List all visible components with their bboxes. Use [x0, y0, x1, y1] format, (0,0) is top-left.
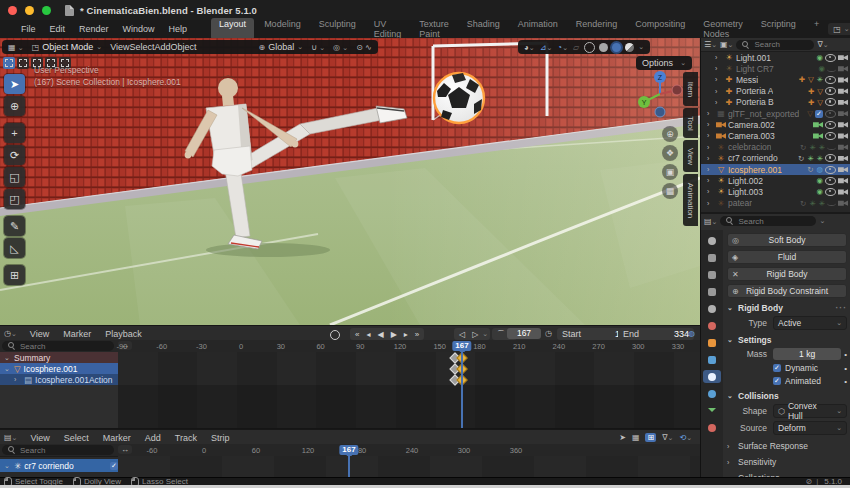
jump-to-start-button[interactable]: «: [352, 330, 362, 339]
expand-chevron-icon[interactable]: ›: [707, 166, 714, 173]
cursor-tool[interactable]: ⊕: [4, 96, 25, 116]
eye-open-icon[interactable]: [825, 54, 836, 62]
play-reverse-button[interactable]: ◀: [374, 330, 386, 339]
proportional-edit-icon[interactable]: ◎ ⌄: [333, 43, 348, 52]
expand-chevron-icon[interactable]: ›: [707, 110, 714, 117]
mass-slider[interactable]: 1 kg: [773, 348, 841, 360]
fluid-button[interactable]: ◈Fluid: [727, 250, 847, 264]
play-button[interactable]: ▶: [388, 330, 400, 339]
render-visibility-icon[interactable]: [838, 54, 848, 61]
menu-render[interactable]: Render: [72, 24, 116, 34]
sidebar-tab-animation[interactable]: Animation: [683, 174, 698, 226]
outliner-item-cr7-corriendo[interactable]: ›✳cr7 corriendo↻✳✳: [701, 153, 850, 164]
expand-chevron-icon[interactable]: ›: [715, 65, 722, 72]
navigation-gizmo[interactable]: Z Y: [634, 68, 686, 120]
eye-closed-icon[interactable]: [827, 66, 836, 72]
material-tab[interactable]: [703, 421, 721, 434]
modifiers-tab[interactable]: [703, 353, 721, 366]
channel-icosphere-001action[interactable]: ›▤Icosphere.001Action: [0, 374, 118, 385]
outliner-item-patear[interactable]: ›✳patear↻✳✳: [701, 198, 850, 209]
workspace-tab-sculpting[interactable]: Sculpting: [311, 18, 364, 40]
options-icon[interactable]: ⌄: [819, 217, 825, 225]
rigid-body-panel-header[interactable]: ⌄Rigid Body···: [727, 303, 847, 313]
toggle-perspective-icon[interactable]: ▦: [662, 183, 678, 199]
snap-icon[interactable]: ⊞: [645, 433, 656, 442]
add-workspace-button[interactable]: +: [806, 18, 827, 40]
expand-chevron-icon[interactable]: ›: [707, 188, 714, 195]
nla-search-input[interactable]: [20, 446, 100, 455]
object-tab[interactable]: [703, 336, 721, 349]
eye-open-icon[interactable]: [825, 110, 836, 118]
channel-icosphere-001[interactable]: ⌄▽Icosphere.001: [0, 363, 118, 374]
menu-help[interactable]: Help: [162, 24, 195, 34]
frame-all-icon[interactable]: ▦: [632, 433, 640, 442]
scene-selector[interactable]: ◳⌄ Scene ⊙ ❏ ✕: [828, 23, 850, 35]
expand-chevron-icon[interactable]: ⌄: [4, 462, 11, 470]
editor-type-icon[interactable]: ▤⌄: [4, 433, 17, 442]
expand-chevron-icon[interactable]: ›: [707, 200, 714, 207]
expand-chevron-icon[interactable]: ›: [707, 121, 714, 128]
workspace-tab-rendering[interactable]: Rendering: [568, 18, 626, 40]
expand-chevron-icon[interactable]: ›: [715, 88, 722, 95]
current-frame-field[interactable]: 167: [507, 328, 541, 339]
menu-edit[interactable]: Edit: [43, 24, 73, 34]
expand-chevron-icon[interactable]: ›: [14, 376, 21, 383]
workspace-tab-uv-editing[interactable]: UV Editing: [366, 18, 410, 40]
outliner-item-icosphere-001[interactable]: ›▽Icosphere.001↻◍: [701, 164, 850, 175]
render-visibility-icon[interactable]: [838, 177, 848, 184]
dope-menu-marker[interactable]: Marker: [56, 329, 98, 339]
world-tab[interactable]: [703, 319, 721, 332]
viewport-menu-add[interactable]: Add: [155, 42, 171, 52]
animated-checkbox[interactable]: ✓: [773, 377, 781, 385]
menu-window[interactable]: Window: [116, 24, 162, 34]
annotate-tool[interactable]: ✎: [4, 216, 25, 236]
eye-open-icon[interactable]: [825, 188, 836, 196]
prev-keyframe-button[interactable]: ◂: [363, 330, 373, 339]
view-layer-tab[interactable]: [703, 285, 721, 298]
eye-open-icon[interactable]: [825, 76, 836, 84]
eye-open-icon[interactable]: [825, 98, 836, 106]
collisions-panel-header[interactable]: ⌄Collisions: [727, 391, 847, 401]
box-select-mode[interactable]: [17, 57, 29, 69]
outliner-item-gltf-not-exported[interactable]: ›▦glTF_not_exported▽✓: [701, 108, 850, 119]
workspace-tab-shading[interactable]: Shading: [459, 18, 508, 40]
shape-dropdown[interactable]: ⬡Convex Hull⌄: [773, 404, 847, 418]
pan-hand-icon[interactable]: ❖: [662, 145, 678, 161]
eye-open-icon[interactable]: [825, 166, 836, 174]
workspace-tab-modeling[interactable]: Modeling: [256, 18, 309, 40]
nla-menu-select[interactable]: Select: [57, 433, 96, 443]
viewport-menu-select[interactable]: Select: [129, 42, 154, 52]
overlay-icon[interactable]: ⟲⌄: [679, 433, 692, 442]
outliner-item-light-001[interactable]: ›☀Light.001◉: [701, 52, 850, 63]
source-dropdown[interactable]: Deform⌄: [773, 421, 847, 435]
render-visibility-icon[interactable]: [838, 110, 848, 117]
dope-search-input[interactable]: [20, 342, 100, 351]
expand-chevron-icon[interactable]: ›: [715, 76, 722, 83]
eye-open-icon[interactable]: [825, 154, 836, 162]
workspace-tab-compositing[interactable]: Compositing: [627, 18, 693, 40]
select-box-tool[interactable]: ➤: [4, 74, 25, 94]
frame-back-button[interactable]: ◁: [456, 330, 468, 339]
constraints-tab[interactable]: [703, 387, 721, 400]
eye-closed-icon[interactable]: [827, 144, 836, 150]
solid-shading-icon[interactable]: [599, 43, 608, 52]
frame-forward-button[interactable]: ▷: [469, 330, 481, 339]
mode-dropdown[interactable]: ◳ Object Mode⌄: [32, 42, 102, 52]
nla-menu-view[interactable]: View: [23, 433, 56, 443]
channel-summary[interactable]: ⌄Summary: [0, 352, 118, 363]
keyframe-dot-icon[interactable]: •: [844, 364, 847, 373]
nla-editor[interactable]: ▤⌄ ViewSelectMarkerAddTrackStrip ➤ ▦ ⊞ ∇…: [0, 428, 700, 478]
snap-magnet-icon[interactable]: ∪ ⌄: [311, 43, 325, 52]
move-tool[interactable]: +: [4, 123, 25, 143]
keyframe-dot-icon[interactable]: •: [844, 377, 847, 386]
type-dropdown[interactable]: Active⌄: [773, 316, 847, 330]
outliner-search[interactable]: [736, 40, 814, 50]
overlays-icon[interactable]: ◔⌄: [557, 43, 568, 52]
add-cube-tool[interactable]: ⊞: [4, 265, 25, 285]
dope-search[interactable]: [2, 341, 114, 351]
end-frame-field[interactable]: End334: [618, 328, 694, 340]
render-visibility-icon[interactable]: [838, 121, 848, 128]
render-visibility-icon[interactable]: [838, 132, 848, 139]
properties-search[interactable]: [720, 216, 816, 226]
export-checkbox[interactable]: ✓: [815, 110, 823, 118]
